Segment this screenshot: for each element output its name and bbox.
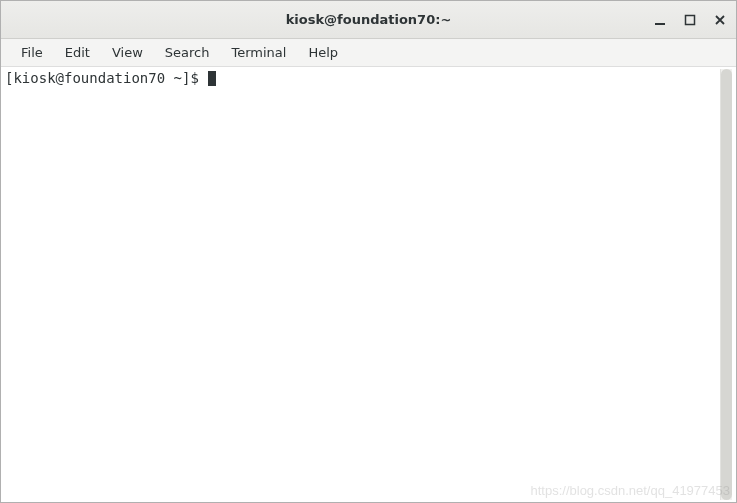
menu-search[interactable]: Search: [155, 41, 220, 64]
cursor-icon: [208, 71, 216, 86]
minimize-button[interactable]: [652, 12, 668, 28]
menu-help[interactable]: Help: [298, 41, 348, 64]
svg-rect-0: [655, 23, 665, 25]
menu-terminal[interactable]: Terminal: [221, 41, 296, 64]
menu-edit[interactable]: Edit: [55, 41, 100, 64]
window-controls: [652, 1, 728, 38]
terminal-window: kiosk@foundation70:~ File Edit View Sear…: [0, 0, 737, 503]
menubar: File Edit View Search Terminal Help: [1, 39, 736, 67]
prompt-text: [kiosk@foundation70 ~]$: [5, 69, 207, 87]
maximize-button[interactable]: [682, 12, 698, 28]
close-button[interactable]: [712, 12, 728, 28]
scrollbar-thumb[interactable]: [721, 69, 732, 500]
terminal-area[interactable]: [kiosk@foundation70 ~]$ https://blog.csd…: [1, 67, 736, 502]
terminal-content[interactable]: [kiosk@foundation70 ~]$: [5, 69, 720, 500]
window-title: kiosk@foundation70:~: [286, 12, 452, 27]
prompt-line: [kiosk@foundation70 ~]$: [5, 69, 720, 87]
svg-rect-1: [686, 15, 695, 24]
titlebar: kiosk@foundation70:~: [1, 1, 736, 39]
vertical-scrollbar[interactable]: [720, 69, 732, 500]
menu-file[interactable]: File: [11, 41, 53, 64]
menu-view[interactable]: View: [102, 41, 153, 64]
